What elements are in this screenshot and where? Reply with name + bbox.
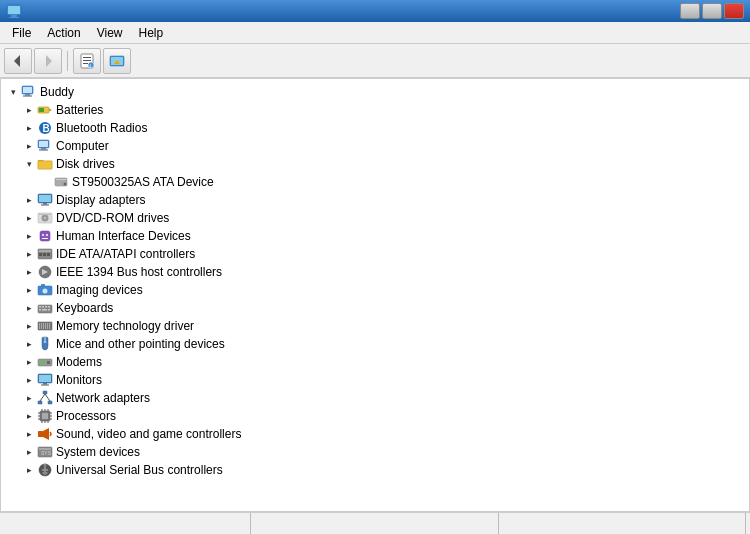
svg-rect-26 bbox=[39, 150, 48, 151]
tree-expander-imaging[interactable]: ▸ bbox=[21, 282, 37, 298]
tree-icon-network bbox=[37, 390, 53, 406]
svg-rect-54 bbox=[42, 306, 44, 308]
tree-item-keyboards[interactable]: ▸Keyboards bbox=[1, 299, 749, 317]
svg-rect-2 bbox=[11, 15, 17, 17]
tree-label-system: System devices bbox=[56, 445, 140, 459]
tree-item-imaging[interactable]: ▸Imaging devices bbox=[1, 281, 749, 299]
minimize-button[interactable] bbox=[680, 3, 700, 19]
tree-expander-memory[interactable]: ▸ bbox=[21, 318, 37, 334]
tree-expander-diskdrives[interactable]: ▾ bbox=[21, 156, 37, 172]
tree-expander-modems[interactable]: ▸ bbox=[21, 354, 37, 370]
menu-help[interactable]: Help bbox=[131, 24, 172, 42]
tree-expander-buddy[interactable]: ▾ bbox=[5, 84, 21, 100]
tree-item-system[interactable]: ▸SYSSystem devices bbox=[1, 443, 749, 461]
update-driver-button[interactable] bbox=[103, 48, 131, 74]
tree-item-dvdrom[interactable]: ▸DVD/CD-ROM drives bbox=[1, 209, 749, 227]
device-tree: ▾Buddy▸Batteries▸BBluetooth Radios▸Compu… bbox=[1, 79, 749, 483]
tree-item-mice[interactable]: ▸Mice and other pointing devices bbox=[1, 335, 749, 353]
tree-item-hid[interactable]: ▸Human Interface Devices bbox=[1, 227, 749, 245]
menu-view[interactable]: View bbox=[89, 24, 131, 42]
tree-item-modems[interactable]: ▸Modems bbox=[1, 353, 749, 371]
svg-rect-55 bbox=[45, 306, 47, 308]
tree-expander-hid[interactable]: ▸ bbox=[21, 228, 37, 244]
tree-expander-ide[interactable]: ▸ bbox=[21, 246, 37, 262]
tree-icon-imaging bbox=[37, 282, 53, 298]
svg-rect-79 bbox=[48, 401, 52, 404]
tree-expander-network[interactable]: ▸ bbox=[21, 390, 37, 406]
tree-item-processors[interactable]: ▸Processors bbox=[1, 407, 749, 425]
svg-rect-56 bbox=[48, 306, 50, 308]
svg-marker-4 bbox=[14, 55, 20, 67]
svg-rect-62 bbox=[41, 323, 42, 329]
tree-item-network[interactable]: ▸Network adapters bbox=[1, 389, 749, 407]
close-button[interactable] bbox=[724, 3, 744, 19]
tree-item-ieee1394[interactable]: ▸IEEE 1394 Bus host controllers bbox=[1, 263, 749, 281]
tree-expander-monitors[interactable]: ▸ bbox=[21, 372, 37, 388]
tree-icon-displayadapters bbox=[37, 192, 53, 208]
tree-icon-bluetooth: B bbox=[37, 120, 53, 136]
maximize-button[interactable] bbox=[702, 3, 722, 19]
tree-item-ide[interactable]: ▸IDE ATA/ATAPI controllers bbox=[1, 245, 749, 263]
tree-expander-dvdrom[interactable]: ▸ bbox=[21, 210, 37, 226]
tree-item-diskdrives[interactable]: ▾Disk drives bbox=[1, 155, 749, 173]
svg-rect-9 bbox=[83, 63, 88, 64]
tree-label-batteries: Batteries bbox=[56, 103, 103, 117]
status-pane-3 bbox=[499, 513, 746, 534]
tree-label-imaging: Imaging devices bbox=[56, 283, 143, 297]
svg-rect-8 bbox=[83, 60, 91, 61]
tree-label-sound: Sound, video and game controllers bbox=[56, 427, 241, 441]
forward-button[interactable] bbox=[34, 48, 62, 74]
svg-rect-25 bbox=[41, 148, 46, 150]
title-bar-left bbox=[6, 3, 26, 19]
tree-item-usb[interactable]: ▸Universal Serial Bus controllers bbox=[1, 461, 749, 479]
svg-rect-65 bbox=[47, 323, 48, 329]
tree-expander-computer[interactable]: ▸ bbox=[21, 138, 37, 154]
tree-item-st9500[interactable]: ST9500325AS ATA Device bbox=[1, 173, 749, 191]
tree-item-displayadapters[interactable]: ▸Display adapters bbox=[1, 191, 749, 209]
svg-rect-96 bbox=[38, 431, 43, 437]
tree-item-sound[interactable]: ▸Sound, video and game controllers bbox=[1, 425, 749, 443]
tree-item-batteries[interactable]: ▸Batteries bbox=[1, 101, 749, 119]
tree-label-network: Network adapters bbox=[56, 391, 150, 405]
tree-item-computer[interactable]: ▸Computer bbox=[1, 137, 749, 155]
tree-icon-monitors bbox=[37, 372, 53, 388]
tree-expander-keyboards[interactable]: ▸ bbox=[21, 300, 37, 316]
tree-icon-sound bbox=[37, 426, 53, 442]
svg-rect-46 bbox=[43, 253, 46, 256]
svg-marker-5 bbox=[46, 55, 52, 67]
status-pane-2 bbox=[251, 513, 498, 534]
tree-item-buddy[interactable]: ▾Buddy bbox=[1, 83, 749, 101]
tree-label-processors: Processors bbox=[56, 409, 116, 423]
tree-expander-bluetooth[interactable]: ▸ bbox=[21, 120, 37, 136]
tree-item-bluetooth[interactable]: ▸BBluetooth Radios bbox=[1, 119, 749, 137]
svg-rect-27 bbox=[38, 161, 52, 169]
tree-expander-mice[interactable]: ▸ bbox=[21, 336, 37, 352]
svg-point-50 bbox=[43, 289, 48, 294]
tree-expander-batteries[interactable]: ▸ bbox=[21, 102, 37, 118]
status-pane-1 bbox=[4, 513, 251, 534]
tree-expander-sound[interactable]: ▸ bbox=[21, 426, 37, 442]
svg-rect-38 bbox=[39, 214, 51, 215]
svg-point-40 bbox=[42, 234, 44, 236]
svg-rect-16 bbox=[25, 94, 30, 96]
tree-label-monitors: Monitors bbox=[56, 373, 102, 387]
menu-action[interactable]: Action bbox=[39, 24, 88, 42]
svg-rect-33 bbox=[43, 203, 47, 205]
svg-line-81 bbox=[45, 394, 50, 401]
tree-expander-processors[interactable]: ▸ bbox=[21, 408, 37, 424]
svg-rect-72 bbox=[47, 361, 50, 364]
svg-rect-74 bbox=[39, 375, 51, 382]
tree-expander-ieee1394[interactable]: ▸ bbox=[21, 264, 37, 280]
tree-item-monitors[interactable]: ▸Monitors bbox=[1, 371, 749, 389]
tree-expander-displayadapters[interactable]: ▸ bbox=[21, 192, 37, 208]
menu-file[interactable]: File bbox=[4, 24, 39, 42]
tree-expander-system[interactable]: ▸ bbox=[21, 444, 37, 460]
properties-button[interactable]: i bbox=[73, 48, 101, 74]
tree-item-memory[interactable]: ▸Memory technology driver bbox=[1, 317, 749, 335]
tree-expander-usb[interactable]: ▸ bbox=[21, 462, 37, 478]
back-button[interactable] bbox=[4, 48, 32, 74]
status-bar bbox=[0, 512, 750, 534]
device-tree-panel[interactable]: ▾Buddy▸Batteries▸BBluetooth Radios▸Compu… bbox=[0, 78, 750, 512]
svg-rect-75 bbox=[43, 383, 47, 385]
svg-rect-32 bbox=[39, 195, 51, 202]
